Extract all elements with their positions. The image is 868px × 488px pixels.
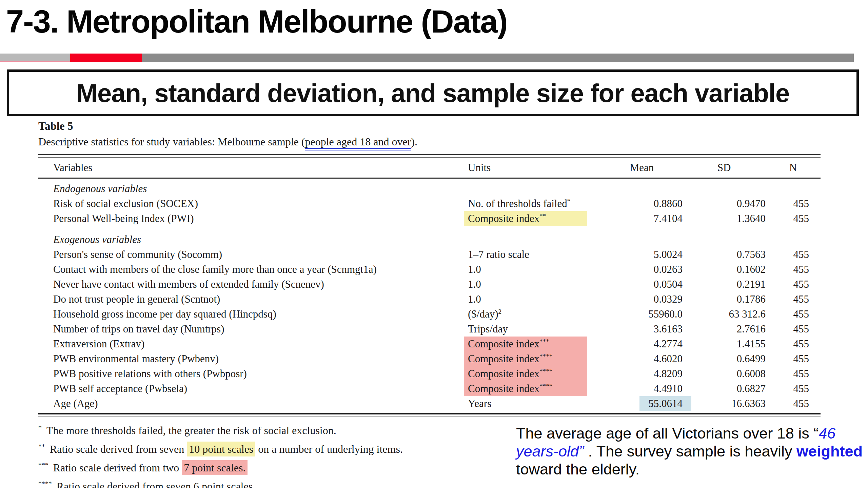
units-text: No. of thresholds failed* [468, 198, 570, 209]
footnote-marker: * [38, 424, 42, 431]
table-body: Endogenous variablesRisk of social exclu… [38, 179, 821, 413]
cell-variable: PWB environmental mastery (Pwbenv) [38, 351, 468, 366]
cell-mean: 0.8860 [601, 196, 683, 211]
footnote-text: The more thresholds failed, the greater … [46, 424, 336, 436]
cell-sd: 0.6008 [683, 366, 766, 381]
table-row: Household gross income per day squared (… [38, 307, 821, 322]
cell-variable: Contact with members of the close family… [38, 262, 468, 277]
cell-sd: 2.7616 [683, 322, 766, 337]
mean-value: 3.6163 [654, 323, 683, 335]
caption-suffix: ). [411, 136, 417, 148]
table-row: Person's sense of community (Socomm)1–7 … [38, 247, 821, 262]
cell-units: 1.0 [468, 292, 601, 307]
cell-sd: 0.6499 [683, 351, 766, 366]
cell-sd: 0.7563 [683, 247, 766, 262]
cell-mean: 5.0024 [601, 247, 683, 262]
column-header-n: N [766, 158, 821, 178]
column-header-sd: SD [683, 158, 766, 178]
note-text: toward the elderly. [516, 461, 639, 478]
progress-segment-silver [0, 54, 70, 62]
footnote-marker: *** [38, 461, 48, 469]
cell-mean: 0.0504 [601, 277, 683, 292]
cell-n: 455 [766, 337, 821, 351]
cell-variable: Risk of social exclusion (SOCEX) [38, 196, 468, 211]
cell-variable: Number of trips on travel day (Numtrps) [38, 322, 468, 337]
cell-n: 455 [766, 351, 821, 366]
units-superscript: * [567, 198, 571, 205]
cell-n: 455 [766, 292, 821, 307]
cell-n: 455 [766, 381, 821, 396]
note-text: . The survey sample is heavily [584, 443, 796, 460]
cell-variable: Household gross income per day squared (… [38, 307, 468, 322]
mean-value: 4.4910 [654, 383, 683, 394]
cell-n: 455 [766, 366, 821, 381]
table-row: PWB environmental mastery (Pwbenv)Compos… [38, 351, 821, 366]
units-text: Composite index**** [464, 366, 587, 381]
cell-mean: 7.4104 [601, 211, 683, 226]
note-text: The average age of all Victorians over 1… [516, 425, 818, 442]
units-superscript: **** [539, 368, 552, 375]
cell-units: 1.0 [468, 262, 601, 277]
units-text: Composite index** [464, 211, 587, 226]
cell-mean: 4.2774 [601, 337, 683, 351]
cell-sd: 1.3640 [683, 211, 766, 226]
cell-units: 1–7 ratio scale [468, 247, 601, 262]
units-text: ($/day)2 [468, 308, 501, 320]
cell-variable: Extraversion (Extrav) [38, 337, 468, 351]
footnote-line: ****Ratio scale derived from seven 6 poi… [38, 477, 821, 488]
cell-units: Years [468, 396, 601, 411]
cell-units: Trips/day [468, 322, 601, 337]
table-row: PWB self acceptance (Pwbsela)Composite i… [38, 381, 821, 396]
cell-mean: 55960.0 [601, 307, 683, 322]
column-header-units: Units [468, 158, 601, 178]
cell-variable: PWB self acceptance (Pwbsela) [38, 381, 468, 396]
cell-sd: 0.1602 [683, 262, 766, 277]
slide-title: 7-3. Metropolitan Melbourne (Data) [6, 3, 507, 40]
units-superscript: *** [539, 338, 549, 345]
mean-value: 0.8860 [654, 198, 683, 209]
table-row: Do not trust people in general (Scntnot)… [38, 292, 821, 307]
section-name: Exogenous variables [38, 232, 468, 247]
table-row: PWB positive relations with others (Pwbp… [38, 366, 821, 381]
cell-mean: 4.8209 [601, 366, 683, 381]
cell-units: Composite index** [468, 211, 601, 226]
cell-sd: 0.9470 [683, 196, 766, 211]
table-row: Risk of social exclusion (SOCEX)No. of t… [38, 196, 821, 211]
note-text: weighted [796, 443, 863, 460]
progress-segment-gray [142, 54, 854, 62]
column-header-mean: Mean [601, 158, 683, 178]
cell-variable: PWB positive relations with others (Pwbp… [38, 366, 468, 381]
table-row: Contact with members of the close family… [38, 262, 821, 277]
cell-mean: 0.0329 [601, 292, 683, 307]
footnote-text: Ratio scale derived from seven 6 point s… [57, 480, 255, 488]
cell-variable: Age (Age) [38, 396, 468, 411]
mean-value: 55960.0 [648, 308, 683, 320]
progress-segment-red [70, 54, 142, 62]
cell-units: 1.0 [468, 277, 601, 292]
table-label: Table 5 [38, 119, 821, 134]
units-text: 1.0 [468, 263, 481, 275]
table-row: Personal Well-being Index (PWI)Composite… [38, 211, 821, 226]
mean-value: 4.8209 [654, 368, 683, 380]
table-row: Age (Age)Years55.061416.6363455 [38, 396, 821, 411]
table-section-row: Exogenous variables [38, 232, 821, 247]
cell-units: No. of thresholds failed* [468, 196, 601, 211]
cell-sd: 0.6827 [683, 381, 766, 396]
cell-mean: 3.6163 [601, 322, 683, 337]
footnote-text: on a number of underlying items. [255, 443, 403, 455]
footnote-text: Ratio scale derived from seven [50, 443, 187, 455]
progress-bar [0, 54, 854, 62]
footnote-text: Ratio scale derived from two [53, 462, 182, 474]
table-row: Extraversion (Extrav)Composite index***4… [38, 337, 821, 351]
mean-value: 7.4104 [654, 212, 683, 224]
table-row: Number of trips on travel day (Numtrps)T… [38, 322, 821, 337]
units-text: Composite index**** [464, 381, 587, 396]
cell-n: 455 [766, 196, 821, 211]
section-name: Endogenous variables [38, 181, 468, 196]
cell-sd: 16.6363 [683, 396, 766, 411]
table-top-rule [38, 154, 821, 158]
mean-value: 4.2774 [654, 338, 683, 350]
footnote-marker: **** [38, 480, 52, 487]
mean-value: 4.6020 [654, 353, 683, 365]
caption-link: people aged 18 and over [305, 136, 411, 150]
